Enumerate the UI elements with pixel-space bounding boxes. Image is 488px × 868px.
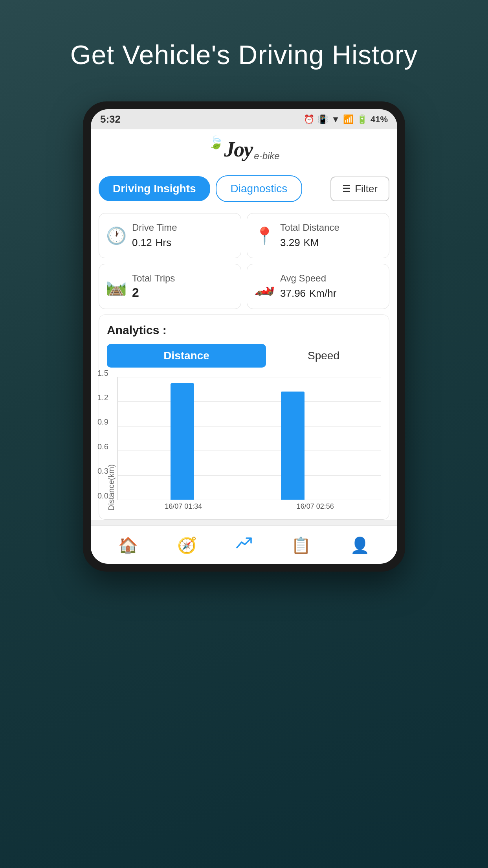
vibrate-icon: 📳 xyxy=(317,114,328,125)
drive-time-label: Drive Time xyxy=(132,222,177,233)
analytics-tabs: Distance Speed xyxy=(107,344,381,368)
avg-speed-value: 37.96 Km/hr xyxy=(280,285,336,300)
nav-insights[interactable] xyxy=(228,533,260,558)
location-icon: 📍 xyxy=(254,226,275,245)
total-trips-label: Total Trips xyxy=(132,273,175,284)
filter-icon: ☰ xyxy=(342,183,351,194)
avg-speed-card: 🏎️ Avg Speed 37.96 Km/hr xyxy=(247,264,389,309)
logo-leaf-icon: 🍃 xyxy=(208,135,224,150)
y-axis-tick: 0.0 xyxy=(97,491,108,500)
nav-home[interactable]: 🏠 xyxy=(110,533,146,558)
stats-grid: 🕐 Drive Time 0.12 Hrs 📍 Total Distance xyxy=(91,209,397,314)
diagnostics-tab[interactable]: Diagnostics xyxy=(216,175,303,202)
filter-label: Filter xyxy=(355,183,378,195)
x-axis-label: 16/07 02:56 xyxy=(250,502,382,511)
clipboard-icon: 📋 xyxy=(291,536,311,555)
page-title: Get Vehicle's Driving History xyxy=(70,39,418,70)
person-icon: 👤 xyxy=(350,536,370,555)
drive-time-value: 0.12 Hrs xyxy=(132,235,177,249)
chart-bar xyxy=(281,392,305,500)
logo-text: Joy xyxy=(224,137,252,162)
chart-area: 1.51.20.90.60.30.0 16/07 01:3416/07 02:5… xyxy=(117,377,381,511)
analytics-section: Analytics : Distance Speed Distance(km) … xyxy=(99,314,389,520)
distance-tab[interactable]: Distance xyxy=(107,344,266,368)
nav-profile[interactable]: 👤 xyxy=(342,533,378,558)
phone-mockup: 5:32 ⏰ 📳 ▼ 📶 🔋 41% 🍃 Joy e-bike xyxy=(83,101,405,572)
y-axis-tick: 1.5 xyxy=(97,368,108,377)
alarm-icon: ⏰ xyxy=(304,114,314,125)
status-bar: 5:32 ⏰ 📳 ▼ 📶 🔋 41% xyxy=(91,109,397,129)
x-axis-label: 16/07 01:34 xyxy=(117,502,250,511)
tabs-row: Driving Insights Diagnostics ☰ Filter xyxy=(91,168,397,209)
x-axis-labels: 16/07 01:3416/07 02:56 xyxy=(117,500,381,511)
total-trips-card: 🛤️ Total Trips 2 xyxy=(99,264,241,309)
clock-icon: 🕐 xyxy=(106,226,127,245)
total-trips-value: 2 xyxy=(132,285,175,300)
chart-container: Distance(km) 1.51.20.90.60.30.0 16/07 01… xyxy=(107,377,381,511)
avg-speed-label: Avg Speed xyxy=(280,273,336,284)
compass-icon: 🧭 xyxy=(177,536,197,555)
trending-up-icon xyxy=(236,536,252,555)
speed-icon: 🏎️ xyxy=(254,277,275,296)
app-header: 🍃 Joy e-bike xyxy=(91,129,397,168)
route-icon: 🛤️ xyxy=(106,277,127,296)
status-time: 5:32 xyxy=(100,113,121,125)
signal-icon: 📶 xyxy=(343,114,354,125)
filter-button[interactable]: ☰ Filter xyxy=(330,177,389,201)
y-axis-tick: 0.3 xyxy=(97,467,108,476)
y-axis-tick: 1.2 xyxy=(97,393,108,402)
total-distance-card: 📍 Total Distance 3.29 KM xyxy=(247,213,389,258)
total-distance-label: Total Distance xyxy=(280,222,339,233)
wifi-icon: ▼ xyxy=(331,114,340,125)
logo-subtitle: e-bike xyxy=(254,151,279,162)
chart-bar xyxy=(171,383,194,500)
driving-insights-tab[interactable]: Driving Insights xyxy=(99,176,210,201)
battery-icon: 🔋 xyxy=(357,114,367,125)
analytics-title: Analytics : xyxy=(107,324,381,337)
speed-tab[interactable]: Speed xyxy=(266,344,381,368)
total-distance-value: 3.29 KM xyxy=(280,235,339,249)
nav-compass[interactable]: 🧭 xyxy=(169,533,205,558)
bottom-nav: 🏠 🧭 📋 👤 xyxy=(91,525,397,564)
logo: 🍃 Joy e-bike xyxy=(208,137,279,162)
y-axis-tick: 0.6 xyxy=(97,442,108,451)
nav-reports[interactable]: 📋 xyxy=(283,533,319,558)
chart-grid: 1.51.20.90.60.30.0 xyxy=(117,377,381,500)
battery-percent: 41% xyxy=(371,114,388,125)
home-icon: 🏠 xyxy=(118,536,138,555)
drive-time-card: 🕐 Drive Time 0.12 Hrs xyxy=(99,213,241,258)
y-axis-tick: 0.9 xyxy=(97,417,108,427)
